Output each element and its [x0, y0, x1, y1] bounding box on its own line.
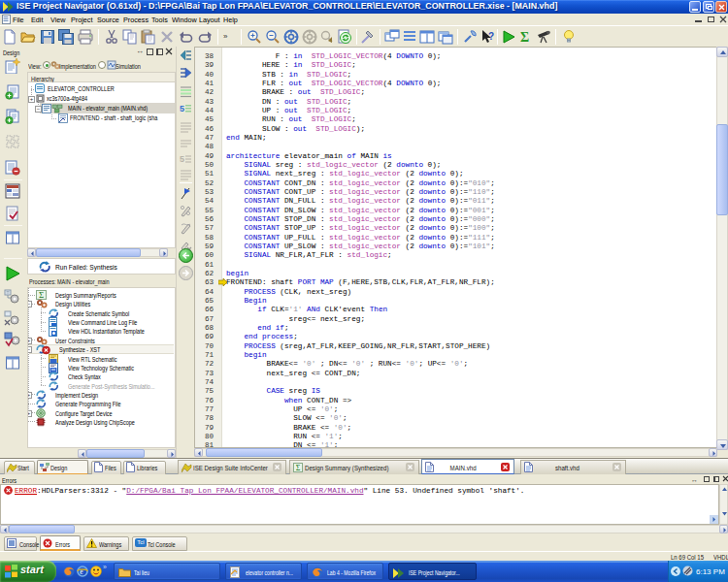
svg-text:Σ: Σ [296, 464, 301, 472]
svg-text:5: 5 [180, 104, 184, 113]
svg-text:e: e [80, 567, 83, 576]
svg-text:5: 5 [180, 154, 184, 164]
svg-text:Σ: Σ [520, 30, 529, 45]
svg-text:?: ? [488, 31, 494, 42]
